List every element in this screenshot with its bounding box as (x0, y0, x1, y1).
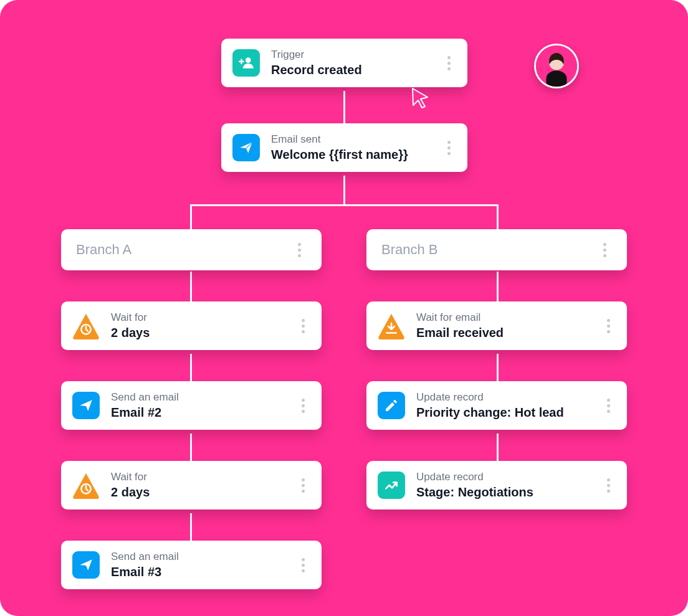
card-title: Email #2 (111, 405, 284, 420)
card-menu-button[interactable] (597, 243, 612, 257)
trigger-card[interactable]: Trigger Record created (221, 39, 467, 87)
connector (497, 272, 499, 301)
send-icon (232, 134, 260, 161)
connector (343, 91, 345, 123)
send-icon (72, 551, 100, 579)
card-title: Email received (416, 325, 590, 340)
card-menu-button[interactable] (441, 141, 456, 155)
card-menu-button[interactable] (601, 399, 616, 413)
card-label: Send an email (111, 391, 284, 404)
wait-clock-icon (72, 312, 100, 339)
branch-a-header[interactable]: Branch A (61, 229, 322, 270)
card-label: Send an email (111, 551, 284, 563)
card-label: Email sent (271, 133, 430, 146)
card-menu-button[interactable] (292, 243, 307, 257)
card-label: Wait for email (416, 311, 590, 324)
card-menu-button[interactable] (295, 399, 310, 413)
branch-b-step-2[interactable]: Update record Stage: Negotiations (366, 461, 627, 509)
connector (190, 354, 192, 381)
card-menu-button[interactable] (441, 56, 456, 70)
card-title: Record created (271, 62, 430, 77)
connector (190, 272, 192, 301)
email-step-card[interactable]: Email sent Welcome {{first name}} (221, 123, 467, 172)
connector (190, 513, 192, 541)
branch-title: Branch A (76, 242, 280, 258)
card-label: Update record (416, 391, 590, 404)
branch-b-header[interactable]: Branch B (366, 229, 627, 270)
wait-download-icon (378, 312, 405, 339)
trend-icon (378, 471, 405, 499)
send-icon (72, 392, 100, 419)
card-menu-button[interactable] (601, 478, 616, 493)
card-label: Trigger (271, 49, 430, 61)
card-menu-button[interactable] (295, 558, 310, 572)
connector (497, 204, 499, 229)
branch-title: Branch B (381, 242, 586, 258)
svg-point-2 (246, 57, 251, 63)
card-title: Priority change: Hot lead (416, 405, 590, 420)
card-label: Wait for (111, 471, 284, 483)
workflow-canvas: Trigger Record created Email sent Welcom… (0, 0, 688, 616)
card-menu-button[interactable] (601, 319, 616, 333)
branch-b-step-0[interactable]: Wait for email Email received (366, 301, 627, 350)
card-title: Email #3 (111, 564, 284, 579)
person-add-icon (232, 49, 260, 77)
card-title: Welcome {{first name}} (271, 147, 430, 162)
branch-a-step-0[interactable]: Wait for 2 days (61, 301, 322, 350)
card-title: Stage: Negotiations (416, 485, 590, 500)
edit-icon (378, 392, 405, 419)
branch-b-step-1[interactable]: Update record Priority change: Hot lead (366, 381, 627, 430)
wait-clock-icon (72, 471, 100, 499)
card-label: Wait for (111, 311, 284, 324)
connector (497, 434, 499, 461)
card-label: Update record (416, 471, 590, 483)
branch-a-step-1[interactable]: Send an email Email #2 (61, 381, 322, 430)
connector (190, 204, 192, 229)
connector (190, 204, 499, 206)
card-title: 2 days (111, 485, 284, 500)
connector (190, 434, 192, 461)
connector (497, 354, 499, 381)
card-menu-button[interactable] (295, 319, 310, 333)
card-menu-button[interactable] (295, 478, 310, 493)
branch-a-step-3[interactable]: Send an email Email #3 (61, 541, 322, 589)
collaborator-avatar (534, 44, 579, 88)
card-title: 2 days (111, 325, 284, 340)
connector (343, 176, 345, 204)
branch-a-step-2[interactable]: Wait for 2 days (61, 461, 322, 509)
